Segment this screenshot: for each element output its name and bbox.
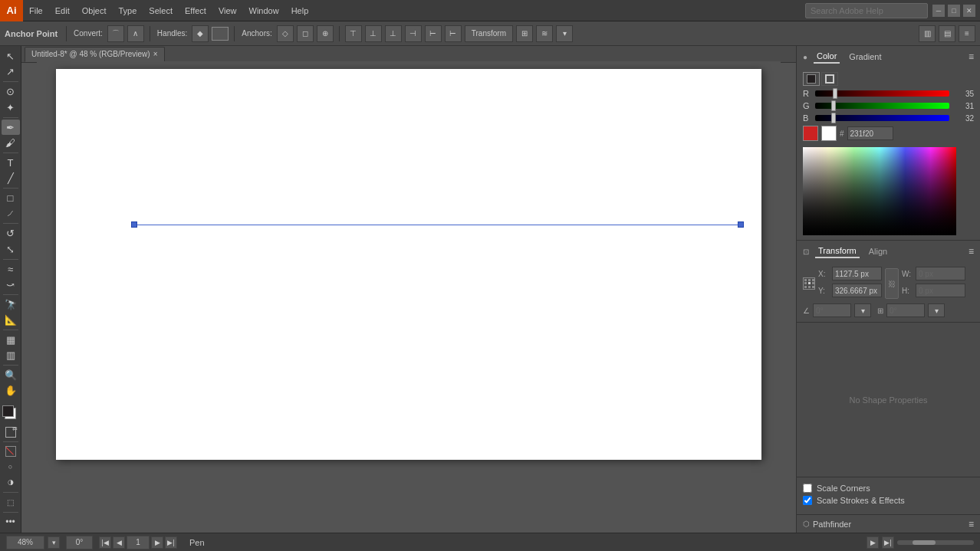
scale-strokes-checkbox[interactable] [803,496,812,505]
page-prev-btn[interactable]: ◀ [113,536,125,549]
zoom-dropdown-btn[interactable]: ▾ [48,536,60,549]
menu-type[interactable]: Type [113,3,143,18]
fill-swatch[interactable] [2,405,14,417]
document-tab[interactable]: Untitled-8* @ 48 % (RGB/Preview) × [25,47,165,62]
panel-left-btn[interactable]: ▥ [919,25,936,42]
close-button[interactable]: ✕ [963,5,975,17]
rotate-tool[interactable]: ↺ [2,226,20,241]
align-top-btn[interactable]: ⊤ [345,25,362,42]
angle-input[interactable] [813,303,851,317]
reshape-tool[interactable]: ≈ [2,261,20,276]
graph-bar-tool[interactable]: ▥ [2,348,20,362]
color-panel-menu-btn[interactable]: ≡ [968,51,974,62]
white-swatch[interactable] [821,126,837,141]
shear-input[interactable] [886,303,925,317]
stroke-mode-btn[interactable] [821,72,838,86]
h-input[interactable] [916,284,965,297]
color-spectrum[interactable] [803,147,956,235]
none-stroke-swatch[interactable] [803,126,818,141]
anchors-connect-btn[interactable]: ⊕ [317,25,334,42]
pen-tool[interactable]: ✒ [2,120,20,134]
brush-tool[interactable]: 🖌 [2,136,20,150]
menu-window[interactable]: Window [243,3,285,18]
b-slider[interactable] [815,115,949,121]
minimize-button[interactable]: ─ [932,5,945,17]
align-left-btn[interactable]: ⊣ [405,25,422,42]
menu-edit[interactable]: Edit [49,3,76,18]
knife-tool[interactable]: ⟋ [2,206,20,221]
constrain-proportions-icon[interactable]: ⛓ [885,268,899,299]
page-first-btn[interactable]: |◀ [99,536,111,549]
scale-strokes-label[interactable]: Scale Strokes & Effects [817,496,905,505]
search-input[interactable] [805,3,928,18]
r-slider[interactable] [815,90,949,97]
warp-btn[interactable]: ≋ [536,25,553,42]
anchors-select-btn[interactable]: ◇ [277,25,294,42]
line-tool[interactable]: ╱ [2,171,20,185]
hex-input[interactable] [847,126,893,140]
maximize-button[interactable]: □ [948,5,960,17]
swap-colors-btn[interactable]: ⇄ [5,427,16,438]
tab-close-btn[interactable]: × [153,50,158,58]
anchor-point-left[interactable] [131,221,137,228]
measure-tool[interactable]: 📐 [2,313,20,327]
w-input[interactable] [916,267,965,280]
align-center-h-btn[interactable]: ⊥ [365,25,382,42]
menu-help[interactable]: Help [285,3,315,18]
menu-object[interactable]: Object [76,3,113,18]
handles-color-btn[interactable] [212,27,229,41]
magic-wand-tool[interactable]: ✦ [2,100,20,114]
menu-select[interactable]: Select [143,3,179,18]
convert-corner-btn[interactable]: ∧ [127,25,144,42]
eyedropper-tool[interactable]: 🔭 [2,297,20,312]
scale-corners-checkbox[interactable] [803,484,812,493]
anchor-point-right[interactable] [738,221,744,228]
g-slider[interactable] [815,103,949,109]
menu-view[interactable]: View [212,3,243,18]
transform-extra-btn[interactable]: ⊞ [516,25,533,42]
scale-corners-label[interactable]: Scale Corners [817,484,870,493]
anchors-delete-btn[interactable]: ◻ [297,25,314,42]
color-tab[interactable]: Color [814,50,840,64]
align-right-btn[interactable]: ⊢ [445,25,462,42]
status-end-btn[interactable]: ▶| [882,536,894,549]
ref-point-selector[interactable] [803,277,815,290]
align-center-v-btn[interactable]: ⊢ [425,25,442,42]
pathfinder-menu-btn[interactable]: ≡ [968,519,974,530]
page-last-btn[interactable]: ▶| [165,536,177,549]
none-style-btn[interactable] [2,444,20,458]
handles-btn[interactable]: ◆ [192,25,209,42]
transform-button[interactable]: Transform [465,25,513,42]
convert-smooth-btn[interactable]: ⌒ [107,25,124,42]
panel-right-btn[interactable]: ▤ [939,25,955,42]
page-num-input[interactable] [127,536,150,549]
align-bottom-btn[interactable]: ⊥ [385,25,402,42]
menu-file[interactable]: File [23,3,49,18]
scale-tool[interactable]: ⤡ [2,241,20,256]
y-input[interactable] [832,284,882,297]
graph-tool[interactable]: ▦ [2,333,20,347]
zoom-tool[interactable]: 🔍 [2,368,20,382]
transform-tab[interactable]: Transform [815,244,860,258]
text-tool[interactable]: T [2,156,20,170]
warp-options-btn[interactable]: ▾ [556,25,573,42]
width-tool[interactable]: ⤻ [2,277,20,292]
direct-select-tool[interactable]: ↗ [2,64,20,79]
rotation-input[interactable] [66,536,93,549]
toolbar-menu-btn[interactable]: ≡ [959,25,975,42]
fill-mode-btn[interactable] [803,72,820,86]
x-input[interactable] [832,267,882,280]
hand-tool[interactable]: ✋ [2,383,20,398]
gradient-tab[interactable]: Gradient [846,51,884,63]
align-tab[interactable]: Align [866,245,890,257]
select-tool[interactable]: ↖ [2,49,20,64]
artboard-tool[interactable]: ⬚ [2,495,20,510]
zoom-input[interactable] [6,536,44,549]
menu-effect[interactable]: Effect [179,3,212,18]
angle-dropdown[interactable]: ▾ [854,303,871,317]
page-next-btn[interactable]: ▶ [151,536,163,549]
rect-tool[interactable]: □ [2,191,20,205]
status-play-btn[interactable]: ▶ [867,536,879,549]
transform-panel-menu-btn[interactable]: ≡ [968,246,974,257]
white-fill-btn[interactable]: ○ [2,460,20,474]
